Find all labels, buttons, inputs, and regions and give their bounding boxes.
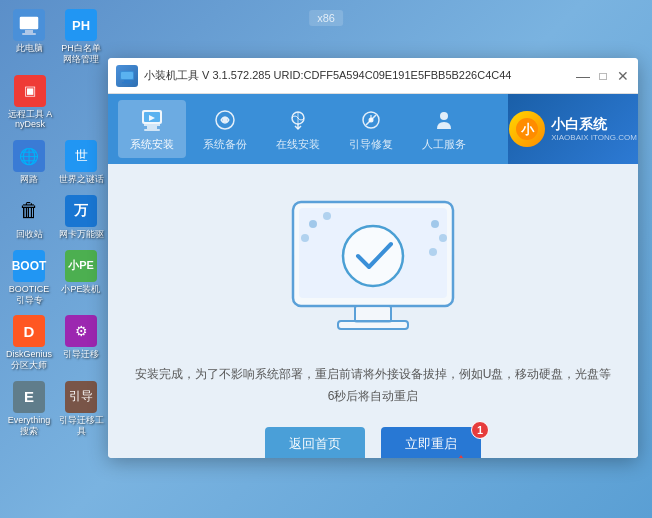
tab-manual-service-label: 人工服务 [422, 137, 466, 152]
tab-online-install-label: 在线安装 [276, 137, 320, 152]
desktop-icon-guide-migrate[interactable]: ⚙ 引导迁移 [56, 312, 106, 374]
svg-marker-34 [451, 455, 471, 458]
svg-rect-24 [355, 306, 391, 322]
desktop-icon-world-puzzle[interactable]: 世 世界之谜话 [56, 137, 106, 188]
restart-button[interactable]: 立即重启 [381, 427, 481, 458]
main-content: 安装完成，为了不影响系统部署，重启前请将外接设备拔掉，例如U盘，移动硬盘，光盘等… [108, 164, 638, 458]
title-bar: 小装机工具 V 3.1.572.285 URID:CDFF5A594C09E19… [108, 58, 638, 94]
minimize-button[interactable]: — [576, 69, 590, 83]
desktop-icon-wanzi[interactable]: 万 网卡万能驱 [56, 192, 106, 243]
svg-rect-2 [22, 33, 36, 35]
svg-text:小: 小 [520, 122, 535, 137]
desktop-icon-recycle[interactable]: 🗑 回收站 [4, 192, 54, 243]
tab-guide-repair-icon [357, 106, 385, 134]
toolbar: 系统安装 系统备份 [108, 94, 638, 164]
tab-online-install[interactable]: 在线安装 [264, 100, 332, 158]
svg-point-19 [369, 118, 374, 123]
desktop-icon-network[interactable]: 🌐 网路 [4, 137, 54, 188]
svg-point-20 [440, 112, 448, 120]
monitor-frame [283, 194, 463, 334]
svg-rect-9 [147, 126, 157, 129]
restart-badge: 1 [471, 421, 489, 439]
logo-text-block: 小白系统 XIAOBAIX ITONG.COM [551, 116, 637, 142]
svg-rect-4 [124, 80, 130, 82]
success-illustration [273, 184, 473, 344]
tab-online-install-icon [284, 106, 312, 134]
desktop-icon-computer[interactable]: 此电脑 [4, 6, 54, 68]
svg-rect-8 [144, 124, 160, 126]
svg-point-27 [309, 220, 317, 228]
x86-label: x86 [309, 10, 343, 26]
tab-system-backup-icon [211, 106, 239, 134]
svg-point-30 [431, 220, 439, 228]
back-button[interactable]: 返回首页 [265, 427, 365, 458]
message-text: 安装完成，为了不影响系统部署，重启前请将外接设备拔掉，例如U盘，移动硬盘，光盘等… [135, 364, 612, 407]
svg-point-33 [343, 226, 403, 286]
svg-rect-0 [19, 16, 39, 30]
app-logo [116, 65, 138, 87]
title-bar-controls: — □ ✕ [576, 69, 630, 83]
desktop-icon-ph-network[interactable]: PH PH白名单网络管理 [56, 6, 106, 68]
svg-point-31 [439, 234, 447, 242]
maximize-button[interactable]: □ [596, 69, 610, 83]
svg-point-14 [223, 118, 228, 123]
tab-system-install-icon [138, 106, 166, 134]
svg-rect-6 [121, 72, 133, 79]
desktop-icon-anydesk[interactable]: ▣ 远程工具 AnyDesk [4, 72, 56, 134]
tab-system-install-label: 系统安装 [130, 137, 174, 152]
tab-system-install[interactable]: 系统安装 [118, 100, 186, 158]
button-row: 返回首页 立即重启 1 [265, 427, 481, 458]
svg-rect-25 [338, 321, 408, 329]
desktop: x86 此电脑 PH PH白名单网络管理 ▣ [0, 0, 652, 518]
svg-rect-5 [122, 82, 132, 84]
tab-system-backup[interactable]: 系统备份 [191, 100, 259, 158]
tab-guide-repair-label: 引导修复 [349, 137, 393, 152]
app-window: 小装机工具 V 3.1.572.285 URID:CDFF5A594C09E19… [108, 58, 638, 458]
tab-manual-service-icon [430, 106, 458, 134]
logo-subtitle: XIAOBAIX ITONG.COM [551, 133, 637, 142]
restart-button-container: 立即重启 1 [381, 427, 481, 458]
tab-guide-repair[interactable]: 引导修复 [337, 100, 405, 158]
svg-rect-1 [25, 30, 33, 33]
svg-point-32 [429, 248, 437, 256]
message-line1: 安装完成，为了不影响系统部署，重启前请将外接设备拔掉，例如U盘，移动硬盘，光盘等 [135, 364, 612, 386]
svg-point-28 [323, 212, 331, 220]
logo-name: 小白系统 [551, 116, 637, 133]
logo-avatar: 小 [509, 111, 545, 147]
svg-rect-10 [144, 129, 160, 131]
tab-manual-service[interactable]: 人工服务 [410, 100, 478, 158]
desktop-icon-guide-migrate2[interactable]: 引导 引导迁移工具 [56, 378, 106, 440]
tab-system-backup-label: 系统备份 [203, 137, 247, 152]
desktop-icon-everything[interactable]: E Everything搜索 [4, 378, 54, 440]
title-bar-text: 小装机工具 V 3.1.572.285 URID:CDFF5A594C09E19… [144, 68, 576, 83]
arrow-indicator [451, 455, 471, 458]
desktop-icon-xiaopc[interactable]: 小PE 小PE装机 [56, 247, 106, 309]
toolbar-logo: 小 小白系统 XIAOBAIX ITONG.COM [508, 94, 638, 164]
desktop-icons: 此电脑 PH PH白名单网络管理 ▣ 远程工具 AnyDesk 🌐 [0, 0, 110, 518]
svg-point-29 [301, 234, 309, 242]
desktop-icon-diskgenius[interactable]: D DiskGenius分区大师 [4, 312, 54, 374]
message-line2: 6秒后将自动重启 [135, 386, 612, 408]
decorative-dots [283, 194, 463, 334]
desktop-icon-bootice[interactable]: BOOT BOOTICE引导专 [4, 247, 54, 309]
close-button[interactable]: ✕ [616, 69, 630, 83]
